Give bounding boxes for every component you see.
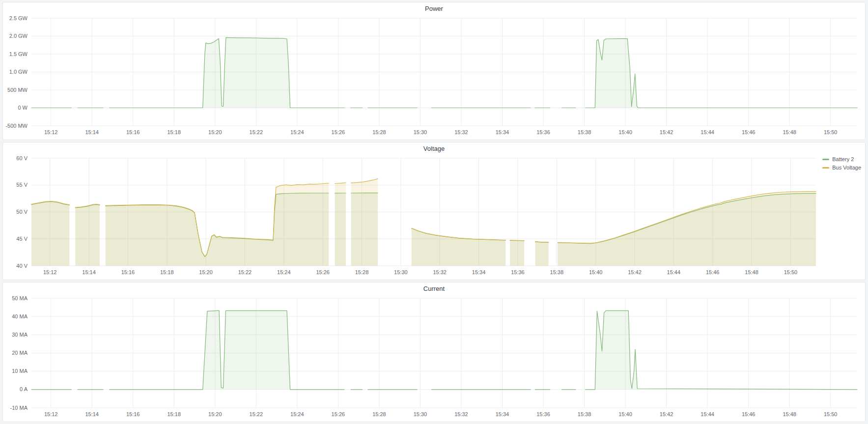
x-tick-label: 15:36 <box>511 269 525 275</box>
panel-power-header[interactable]: Power <box>3 2 865 14</box>
power-chart-wrap: 15:1215:1415:1615:1815:2015:2215:2415:26… <box>3 14 865 139</box>
y-tick-label: 0 A <box>20 386 28 392</box>
power-chart[interactable]: 15:1215:1415:1615:1815:2015:2215:2415:26… <box>3 14 865 139</box>
series-area <box>586 39 857 108</box>
y-tick-label: 1.5 GW <box>9 51 28 57</box>
x-tick-label: 15:38 <box>578 129 591 135</box>
y-tick-label: -500 MW <box>5 123 28 129</box>
y-tick-label: 50 MA <box>12 295 28 301</box>
series-area <box>351 179 378 266</box>
series-area <box>558 192 816 266</box>
panel-power-title: Power <box>425 5 443 12</box>
panel-current-header[interactable]: Current <box>3 283 865 294</box>
x-tick-label: 15:50 <box>784 269 798 275</box>
x-tick-label: 15:18 <box>167 411 181 417</box>
voltage-chart[interactable]: 15:1215:1415:1615:1815:2015:2215:2415:26… <box>3 154 865 279</box>
x-tick-label: 15:32 <box>454 129 468 135</box>
y-tick-label: 40 MA <box>12 313 28 319</box>
legend-item-battery-2[interactable]: Battery 2 <box>822 156 861 162</box>
y-tick-label: 1.0 GW <box>9 69 28 75</box>
x-tick-label: 15:26 <box>332 411 345 417</box>
y-tick-label: 20 MA <box>12 350 28 356</box>
x-tick-label: 15:28 <box>372 129 386 135</box>
x-tick-label: 15:24 <box>290 129 304 135</box>
series-area <box>412 228 506 266</box>
y-tick-label: 40 V <box>16 263 28 269</box>
y-tick-label: 0 W <box>18 105 28 111</box>
x-tick-label: 15:50 <box>824 129 838 135</box>
x-tick-label: 15:32 <box>433 269 447 275</box>
current-chart-wrap: 15:1215:1415:1615:1815:2015:2215:2415:26… <box>3 294 865 421</box>
x-tick-label: 15:48 <box>783 129 796 135</box>
x-tick-label: 15:48 <box>745 269 758 275</box>
x-tick-label: 15:40 <box>618 129 632 135</box>
series-area <box>110 311 344 390</box>
x-tick-label: 15:28 <box>372 411 386 417</box>
series-area <box>510 240 524 266</box>
x-tick-label: 15:42 <box>660 411 673 417</box>
x-tick-label: 15:22 <box>250 129 263 135</box>
dashboard: Power 15:1215:1415:1615:1815:2015:2215:2… <box>0 0 868 424</box>
x-tick-label: 15:12 <box>43 269 57 275</box>
x-tick-label: 15:26 <box>316 269 330 275</box>
x-tick-label: 15:44 <box>700 129 714 135</box>
x-tick-label: 15:46 <box>706 269 720 275</box>
x-tick-label: 15:20 <box>208 411 222 417</box>
x-tick-label: 15:16 <box>126 411 140 417</box>
current-chart[interactable]: 15:1215:1415:1615:1815:2015:2215:2415:26… <box>3 294 865 421</box>
y-tick-label: 50 V <box>16 209 28 215</box>
x-tick-label: 15:16 <box>126 129 140 135</box>
series-area <box>75 204 100 266</box>
y-tick-label: 10 MA <box>12 368 28 374</box>
x-tick-label: 15:14 <box>82 269 96 275</box>
series-area <box>335 183 346 266</box>
x-tick-label: 15:40 <box>589 269 603 275</box>
x-tick-label: 15:38 <box>578 411 591 417</box>
series-area <box>31 201 69 266</box>
series-area <box>106 183 329 266</box>
series-area <box>535 242 549 266</box>
x-tick-label: 15:50 <box>824 411 838 417</box>
x-tick-label: 15:44 <box>667 269 681 275</box>
x-tick-label: 15:22 <box>238 269 252 275</box>
x-tick-label: 15:44 <box>700 411 714 417</box>
panel-voltage-title: Voltage <box>423 145 445 152</box>
x-tick-label: 15:18 <box>160 269 174 275</box>
y-tick-label: 30 MA <box>12 332 28 338</box>
y-tick-label: 55 V <box>16 182 28 188</box>
x-tick-label: 15:26 <box>332 129 345 135</box>
legend-item-bus-voltage[interactable]: Bus Voltage <box>822 165 861 170</box>
series-line <box>510 240 524 241</box>
y-tick-label: 2.0 GW <box>9 33 28 39</box>
panel-voltage: Voltage 15:1215:1415:1615:1815:2015:2215… <box>2 142 866 280</box>
series-area <box>586 311 857 390</box>
y-tick-label: 500 MW <box>7 87 28 93</box>
x-tick-label: 15:14 <box>85 411 99 417</box>
x-tick-label: 15:34 <box>496 411 509 417</box>
x-tick-label: 15:46 <box>742 129 756 135</box>
x-tick-label: 15:22 <box>250 411 263 417</box>
legend-label: Battery 2 <box>832 156 854 162</box>
panel-current-title: Current <box>423 285 445 292</box>
x-tick-label: 15:30 <box>394 269 408 275</box>
voltage-chart-wrap: 15:1215:1415:1615:1815:2015:2215:2415:26… <box>3 154 865 279</box>
x-tick-label: 15:30 <box>414 411 427 417</box>
x-tick-label: 15:36 <box>536 411 550 417</box>
legend-swatch-icon <box>822 159 829 160</box>
x-tick-label: 15:24 <box>277 269 291 275</box>
series-area <box>110 37 344 108</box>
x-tick-label: 15:48 <box>783 411 796 417</box>
x-tick-label: 15:24 <box>290 411 304 417</box>
x-tick-label: 15:28 <box>355 269 369 275</box>
x-tick-label: 15:34 <box>496 129 509 135</box>
panel-voltage-header[interactable]: Voltage <box>3 142 865 154</box>
legend-swatch-icon <box>822 167 829 169</box>
voltage-legend: Battery 2Bus Voltage <box>822 156 861 170</box>
x-tick-label: 15:20 <box>199 269 213 275</box>
y-tick-label: 2.5 GW <box>9 15 28 21</box>
x-tick-label: 15:12 <box>44 129 58 135</box>
x-tick-label: 15:18 <box>167 129 181 135</box>
x-tick-label: 15:46 <box>742 411 756 417</box>
legend-label: Bus Voltage <box>832 165 861 170</box>
x-tick-label: 15:34 <box>472 269 486 275</box>
